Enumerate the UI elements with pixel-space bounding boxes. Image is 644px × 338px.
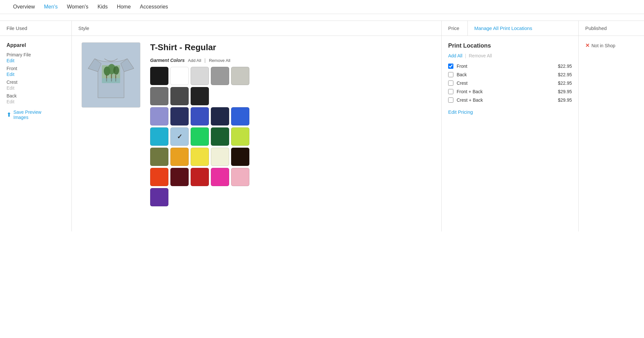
color-swatch-blue[interactable] (231, 107, 249, 125)
not-in-shop-status: ✕ Not in Shop (585, 42, 637, 49)
color-swatch-medgray[interactable] (211, 67, 229, 85)
save-preview-button[interactable]: ⬆ Save PreviewImages (7, 110, 65, 120)
front-label: Front (7, 66, 65, 71)
style-top: T-Shirt - Regular Garment Colors Add All… (82, 42, 432, 206)
save-preview-label: Save PreviewImages (13, 110, 41, 120)
color-swatch-lime[interactable] (231, 127, 249, 146)
color-swatch-darkgreen[interactable] (211, 127, 229, 146)
color-row-4 (150, 148, 432, 166)
not-in-shop-label: Not in Shop (591, 43, 615, 48)
back-edit-link-disabled: Edit (7, 99, 65, 104)
col-header-manage-all[interactable]: Manage All Print Locations (468, 21, 579, 36)
published-area: ✕ Not in Shop (579, 36, 644, 231)
back-location-price: $22.95 (552, 72, 572, 77)
add-all-colors-link[interactable]: Add All (188, 58, 201, 63)
color-swatch-white[interactable] (170, 67, 189, 85)
color-swatch-darkgray[interactable] (170, 87, 189, 105)
color-swatch-brown[interactable] (231, 148, 249, 166)
primary-file-edit-link[interactable]: Edit (7, 58, 65, 63)
print-locations-title: Print Locations (448, 42, 572, 49)
col-header-published: Published (579, 21, 644, 36)
print-locations-area: Print Locations Add All | Remove All Fro… (442, 36, 579, 231)
crest-edit-link-disabled: Edit (7, 85, 65, 91)
front-back-location-price: $29.95 (552, 89, 572, 94)
front-back-checkbox[interactable] (448, 89, 453, 94)
color-swatch-maroon[interactable] (170, 168, 189, 186)
back-checkbox[interactable] (448, 72, 453, 77)
color-swatch-lightgray[interactable] (191, 67, 209, 85)
nav-mens[interactable]: Men's (44, 4, 58, 10)
style-info: T-Shirt - Regular Garment Colors Add All… (150, 42, 432, 206)
color-row-1 (150, 87, 432, 105)
col-header-right: Price Manage All Print Locations Publish… (442, 21, 644, 36)
nav-kids[interactable]: Kids (98, 4, 108, 10)
svg-rect-8 (102, 78, 120, 83)
content-row: Apparel Primary File Edit Front Edit Cre… (0, 36, 644, 231)
location-row-front: Front $22.95 (448, 64, 572, 69)
color-swatch-green[interactable] (191, 127, 209, 146)
style-title: T-Shirt - Regular (150, 42, 432, 52)
nav-home[interactable]: Home (117, 4, 131, 10)
col-header-file-used: File Used (0, 21, 72, 36)
color-swatch-nearblack[interactable] (191, 87, 209, 105)
color-row-6 (150, 188, 432, 206)
front-section: Front Edit (7, 66, 65, 77)
color-swatch-gray[interactable] (150, 87, 168, 105)
sidebar: Apparel Primary File Edit Front Edit Cre… (0, 36, 72, 231)
crest-label: Crest (7, 80, 65, 85)
column-headers: File Used Style Price Manage All Print L… (0, 21, 644, 36)
color-row-5 (150, 168, 432, 186)
nav-overview[interactable]: Overview (13, 4, 35, 10)
nav-womens[interactable]: Women's (67, 4, 88, 10)
front-location-price: $22.95 (552, 64, 572, 69)
color-swatch-navyblue[interactable] (211, 107, 229, 125)
remove-all-locations-link[interactable]: Remove All (469, 53, 492, 58)
color-swatch-lightpink[interactable] (231, 168, 249, 186)
col-header-style: Style (72, 21, 442, 36)
garment-colors-label: Garment Colors (150, 58, 185, 63)
color-swatch-cyan[interactable] (150, 127, 168, 146)
crest-location-name: Crest (457, 81, 549, 86)
crest-location-price: $22.95 (552, 81, 572, 86)
front-location-name: Front (457, 64, 549, 69)
x-icon: ✕ (585, 42, 589, 49)
color-swatch-red[interactable] (191, 168, 209, 186)
color-swatch-purple[interactable] (150, 188, 168, 206)
location-row-front-back: Front + Back $29.95 (448, 89, 572, 94)
location-row-back: Back $22.95 (448, 72, 572, 77)
nav-accessories[interactable]: Accessories (140, 4, 168, 10)
crest-back-location-name: Crest + Back (457, 97, 549, 103)
color-swatch-darknavy[interactable] (170, 107, 189, 125)
add-remove-row: Add All | Remove All (448, 53, 572, 58)
color-swatch-olive[interactable] (150, 148, 168, 166)
location-row-crest-back: Crest + Back $29.95 (448, 97, 572, 103)
crest-back-location-price: $29.95 (552, 97, 572, 103)
remove-all-colors-link[interactable]: Remove All (209, 58, 230, 63)
color-swatch-silvergray[interactable] (231, 67, 249, 85)
color-swatch-red-orange[interactable] (150, 168, 168, 186)
edit-pricing-link[interactable]: Edit Pricing (448, 109, 572, 115)
back-section: Back Edit (7, 93, 65, 104)
back-label: Back (7, 93, 65, 98)
color-swatch-black[interactable] (150, 67, 168, 85)
front-checkbox[interactable] (448, 64, 453, 69)
location-row-crest: Crest $22.95 (448, 81, 572, 86)
separator: | (204, 58, 206, 63)
tshirt-preview (82, 42, 140, 108)
color-swatch-orange[interactable] (170, 148, 189, 166)
crest-checkbox[interactable] (448, 81, 453, 86)
crest-back-checkbox[interactable] (448, 97, 453, 103)
tshirt-svg (85, 46, 137, 104)
crest-section: Crest Edit (7, 80, 65, 91)
color-swatch-lightblue-selected[interactable] (170, 127, 189, 146)
color-grid (150, 67, 432, 206)
front-edit-link[interactable]: Edit (7, 72, 65, 77)
color-swatch-lavender[interactable] (150, 107, 168, 125)
color-swatch-cream[interactable] (211, 148, 229, 166)
color-swatch-hotpink[interactable] (211, 168, 229, 186)
add-all-locations-link[interactable]: Add All (448, 53, 463, 58)
sidebar-title: Apparel (7, 42, 65, 48)
back-location-name: Back (457, 72, 549, 77)
color-swatch-yellow[interactable] (191, 148, 209, 166)
color-swatch-royalblue[interactable] (191, 107, 209, 125)
